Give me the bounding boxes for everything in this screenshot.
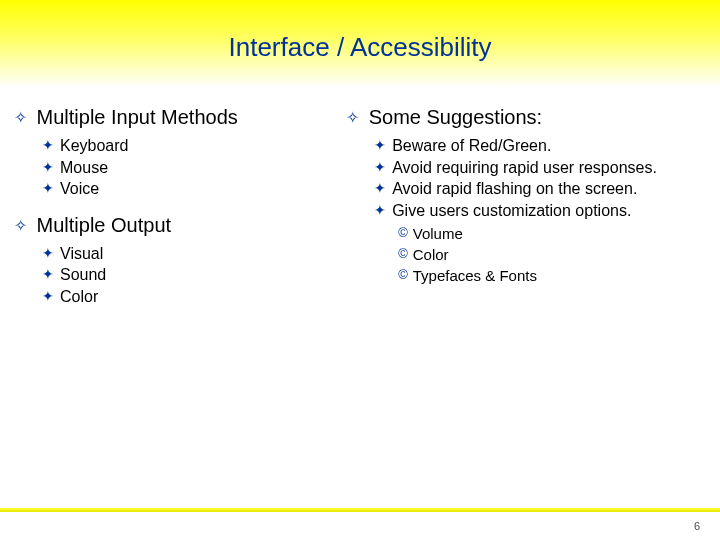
list-item: ✦Visual [42, 243, 346, 265]
list-item: ✦Color [42, 286, 346, 308]
copyright-bullet-icon: © [398, 224, 408, 245]
list-item: ✦Avoid requiring rapid user responses. [374, 157, 706, 179]
footer-divider [0, 508, 720, 512]
input-methods-list: ✦Keyboard ✦Mouse ✦Voice [42, 135, 346, 200]
item-text: Typefaces & Fonts [413, 265, 537, 286]
copyright-bullet-icon: © [398, 266, 408, 287]
item-text: Give users customization options. [392, 200, 631, 222]
heading-text: Some Suggestions: [369, 106, 542, 128]
left-column: ✧ Multiple Input Methods ✦Keyboard ✦Mous… [14, 104, 346, 322]
star-bullet-icon: ✦ [374, 158, 386, 180]
title-band: Interface / Accessibility [0, 0, 720, 88]
item-text: Sound [60, 264, 106, 286]
star-bullet-icon: ✦ [42, 136, 54, 158]
list-item: ©Volume [398, 223, 706, 244]
diamond-bullet-icon: ✧ [14, 109, 27, 126]
star-bullet-icon: ✦ [42, 179, 54, 201]
page-number: 6 [694, 520, 700, 532]
copyright-bullet-icon: © [398, 245, 408, 266]
heading-multiple-output: ✧ Multiple Output [14, 214, 346, 237]
item-text: Beware of Red/Green. [392, 135, 551, 157]
item-text: Keyboard [60, 135, 129, 157]
item-text: Color [60, 286, 98, 308]
list-item: ✦Sound [42, 264, 346, 286]
star-bullet-icon: ✦ [374, 179, 386, 201]
diamond-bullet-icon: ✧ [14, 217, 27, 234]
slide-body: ✧ Multiple Input Methods ✦Keyboard ✦Mous… [0, 88, 720, 322]
suggestions-list: ✦Beware of Red/Green. ✦Avoid requiring r… [374, 135, 706, 286]
heading-text: Multiple Output [37, 214, 172, 236]
heading-text: Multiple Input Methods [37, 106, 238, 128]
item-text: Volume [413, 223, 463, 244]
star-bullet-icon: ✦ [374, 136, 386, 158]
item-text: Voice [60, 178, 99, 200]
slide: Interface / Accessibility ✧ Multiple Inp… [0, 0, 720, 540]
heading-suggestions: ✧ Some Suggestions: [346, 106, 706, 129]
customization-sublist: ©Volume ©Color ©Typefaces & Fonts [398, 223, 706, 286]
star-bullet-icon: ✦ [42, 158, 54, 180]
list-item: ✦Beware of Red/Green. [374, 135, 706, 157]
list-item: ✦Voice [42, 178, 346, 200]
star-bullet-icon: ✦ [374, 201, 386, 223]
star-bullet-icon: ✦ [42, 244, 54, 266]
star-bullet-icon: ✦ [42, 265, 54, 287]
item-text: Visual [60, 243, 103, 265]
output-list: ✦Visual ✦Sound ✦Color [42, 243, 346, 308]
list-item: ✦Keyboard [42, 135, 346, 157]
list-item: ©Color [398, 244, 706, 265]
item-text: Mouse [60, 157, 108, 179]
item-text: Color [413, 244, 449, 265]
list-item: ©Typefaces & Fonts [398, 265, 706, 286]
list-item: ✦Give users customization options. [374, 200, 706, 222]
item-text: Avoid requiring rapid user responses. [392, 157, 657, 179]
list-item: ✦Avoid rapid flashing on the screen. [374, 178, 706, 200]
slide-title: Interface / Accessibility [229, 32, 492, 63]
diamond-bullet-icon: ✧ [346, 109, 359, 126]
right-column: ✧ Some Suggestions: ✦Beware of Red/Green… [346, 104, 706, 322]
star-bullet-icon: ✦ [42, 287, 54, 309]
item-text: Avoid rapid flashing on the screen. [392, 178, 637, 200]
heading-input-methods: ✧ Multiple Input Methods [14, 106, 346, 129]
list-item: ✦Mouse [42, 157, 346, 179]
